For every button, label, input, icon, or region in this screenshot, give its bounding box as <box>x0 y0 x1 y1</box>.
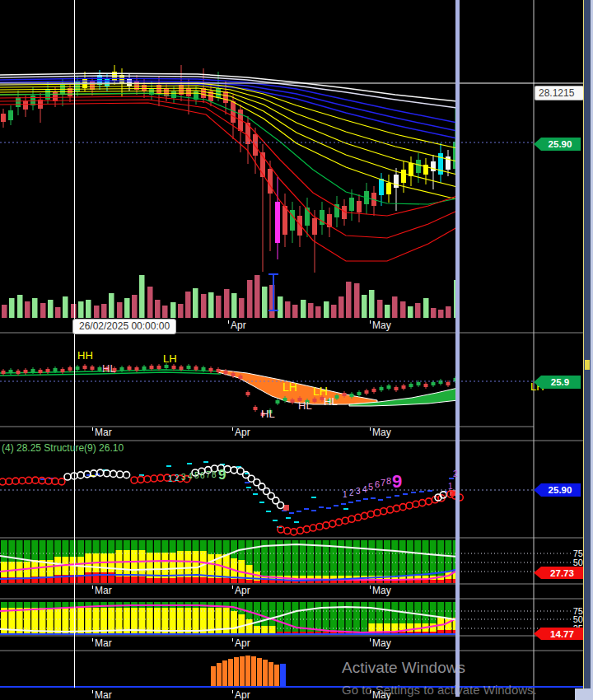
window-scrollbar-track[interactable] <box>584 0 591 700</box>
current-bar-highlight-line <box>455 0 460 697</box>
activate-windows-watermark: Activate Windows <box>342 659 465 677</box>
date-tooltip: 26/02/2025 00:00:00 <box>72 319 176 334</box>
trading-chart-window[interactable]: AprMayMarAprMayMarAprMayMarAprMayMarAprM… <box>0 0 593 700</box>
structure-indicator-title: (4) 28.25 Structure(9) 26.10 <box>2 442 124 454</box>
window-corner <box>575 688 593 700</box>
activate-windows-subtext: Go to Settings to activate Windows. <box>342 683 537 697</box>
chart-graphics <box>0 0 593 700</box>
crosshair-vertical-line <box>74 0 75 688</box>
scrollbar-position-marker[interactable] <box>585 360 590 370</box>
